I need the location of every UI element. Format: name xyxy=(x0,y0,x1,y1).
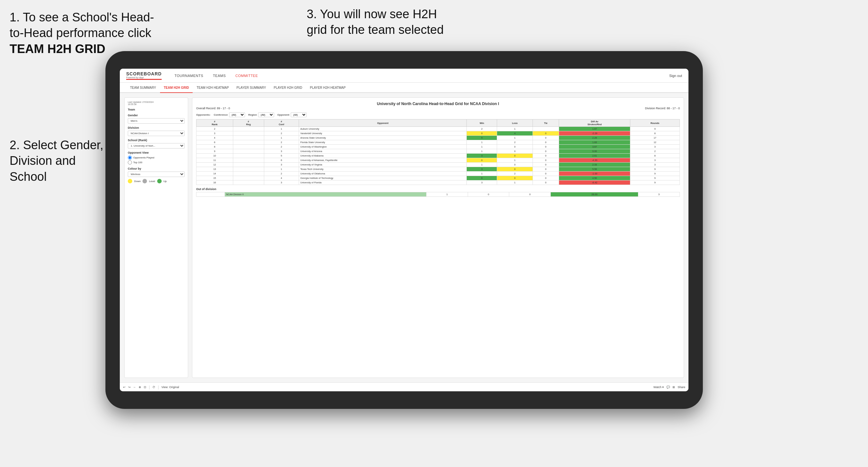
ood-win: 1 xyxy=(426,192,468,197)
table-cell: Texas Tech University xyxy=(299,167,467,172)
opponent-view-section: Opponent View Opponents Played Top 100 xyxy=(128,151,185,164)
timer-btn[interactable]: ⏱ xyxy=(152,385,155,389)
table-row: 123University of Virginia1002.333 xyxy=(196,163,680,167)
table-cell xyxy=(233,167,264,172)
logo-sub: Powered by clippi xyxy=(126,76,162,79)
col-win: Win xyxy=(467,120,497,127)
table-cell: 3 xyxy=(264,181,299,185)
table-cell: 1.83 xyxy=(559,140,630,145)
comment-btn[interactable]: 💬 xyxy=(666,385,670,389)
gender-label: Gender xyxy=(128,114,185,117)
conference-filter-select[interactable]: (All) xyxy=(229,113,245,117)
table-row: 116University of Arkansas, Fayetteville0… xyxy=(196,158,680,163)
nav-fwd-btn[interactable]: ⊕ xyxy=(138,385,141,389)
data-table: #Rank #Reg #Conf Opponent Win Loss Tie D… xyxy=(196,119,680,185)
table-cell: 0 xyxy=(467,131,497,136)
school-select[interactable]: 1. University of Nort... xyxy=(128,143,185,149)
table-cell: 3 xyxy=(630,163,680,167)
table-cell: University of Alabama xyxy=(299,154,467,158)
overall-record: Overall Record: 89 - 17 - 0 xyxy=(196,107,230,110)
table-cell: 0 xyxy=(532,145,559,149)
table-cell: 2.29 xyxy=(559,136,630,140)
table-cell: 1 xyxy=(264,127,299,131)
nav-back-btn[interactable]: ← xyxy=(133,385,136,389)
table-cell: -2.29 xyxy=(559,131,630,136)
table-cell: 2.33 xyxy=(559,163,630,167)
table-cell: 0 xyxy=(532,167,559,172)
grid-btn[interactable]: ⊞ xyxy=(673,385,675,389)
table-row: 41Arizona State University5102.2917 xyxy=(196,136,680,140)
table-cell: 0 xyxy=(532,181,559,185)
table-cell xyxy=(233,131,264,136)
table-cell: 9 xyxy=(630,181,680,185)
table-cell: 0 xyxy=(497,149,532,154)
table-cell: 9 xyxy=(630,127,680,131)
table-cell: 1 xyxy=(264,136,299,140)
radio-opponents-played[interactable]: Opponents Played xyxy=(128,156,185,160)
nav-bar: SCOREBOARD Powered by clippi TOURNAMENTS… xyxy=(120,69,688,83)
subnav-team-summary[interactable]: TEAM SUMMARY xyxy=(126,83,160,93)
opponent-view-label: Opponent View xyxy=(128,151,185,154)
crop-btn[interactable]: ⊡ xyxy=(144,385,146,389)
gender-select[interactable]: Men's xyxy=(128,118,185,124)
region-filter-select[interactable]: (All) xyxy=(258,113,274,117)
table-cell: 3 xyxy=(264,149,299,154)
out-of-division-row: NCAA Division II 1 0 0 26.00 3 xyxy=(196,192,680,197)
table-cell xyxy=(233,136,264,140)
table-header: #Rank #Reg #Conf Opponent Win Loss Tie D… xyxy=(196,120,680,127)
table-cell: 1.67 xyxy=(559,127,630,131)
legend-down-label: Down xyxy=(134,180,141,183)
table-cell: Vanderbilt University xyxy=(299,131,467,136)
table-cell: 11 xyxy=(196,158,233,163)
table-cell: 6 xyxy=(196,140,233,145)
table-cell: 8 xyxy=(630,154,680,158)
nav-tournaments[interactable]: TOURNAMENTS xyxy=(175,74,203,77)
table-cell xyxy=(233,163,264,167)
colour-select[interactable]: Win/loss xyxy=(128,172,185,177)
table-cell: 0 xyxy=(497,154,532,158)
subnav-player-h2h-heatmap[interactable]: PLAYER H2H HEATMAP xyxy=(306,83,349,93)
subnav-player-h2h-grid[interactable]: PLAYER H2H GRID xyxy=(270,83,306,93)
sign-out-link[interactable]: Sign out xyxy=(669,74,682,77)
ann3-line2: grid for the team selected xyxy=(307,23,444,36)
table-row: 142University of Oklahoma120-1.009 xyxy=(196,172,680,176)
nav-teams[interactable]: TEAMS xyxy=(213,74,225,77)
opponent-filter-label: Opponent xyxy=(277,114,289,116)
ood-rounds: 3 xyxy=(638,192,680,197)
radio-top100[interactable]: Top 100 xyxy=(128,160,185,164)
table-cell: 0 xyxy=(497,176,532,181)
table-cell: 2 xyxy=(196,127,233,131)
share-btn[interactable]: Share xyxy=(678,385,685,389)
redo-btn[interactable]: ↪ xyxy=(128,385,131,389)
nav-committee[interactable]: COMMITTEE xyxy=(236,74,258,77)
col-opponent: Opponent xyxy=(299,120,467,127)
opponent-filter-select[interactable]: (All) xyxy=(291,113,307,117)
col-rounds: Rounds xyxy=(630,120,680,127)
subnav-team-h2h-heatmap[interactable]: TEAM H2H HEATMAP xyxy=(193,83,232,93)
timestamp: Last Updated: 27/03/2024 16:55:38 xyxy=(128,101,185,105)
legend-level-label: Level xyxy=(149,180,155,183)
table-cell: -1.00 xyxy=(559,172,630,176)
ood-tie: 0 xyxy=(509,192,551,197)
table-body: 21Auburn University211.67932Vanderbilt U… xyxy=(196,127,680,185)
table-cell: 2.61 xyxy=(559,154,630,158)
table-cell: 3 xyxy=(196,131,233,136)
table-cell: University of Virginia xyxy=(299,163,467,167)
col-rank: #Rank xyxy=(196,120,233,127)
table-cell: 0 xyxy=(532,172,559,176)
undo-btn[interactable]: ↩ xyxy=(123,385,126,389)
subnav-player-summary[interactable]: PLAYER SUMMARY xyxy=(232,83,270,93)
table-cell: 8 xyxy=(196,145,233,149)
subnav-team-h2h-grid[interactable]: TEAM H2H GRID xyxy=(160,83,193,93)
right-panel: University of North Carolina Head-to-Hea… xyxy=(192,97,684,378)
watch-btn[interactable]: Watch ▾ xyxy=(653,385,664,389)
division-select[interactable]: NCAA Division I xyxy=(128,131,185,136)
table-cell xyxy=(233,158,264,163)
table-cell: -4.33 xyxy=(559,158,630,163)
table-cell: 1 xyxy=(467,172,497,176)
table-cell: 0 xyxy=(532,158,559,163)
table-cell: 9 xyxy=(196,149,233,154)
view-original-btn[interactable]: View: Original xyxy=(161,385,179,389)
table-cell: 1 xyxy=(264,167,299,172)
table-cell: 5 xyxy=(264,154,299,158)
